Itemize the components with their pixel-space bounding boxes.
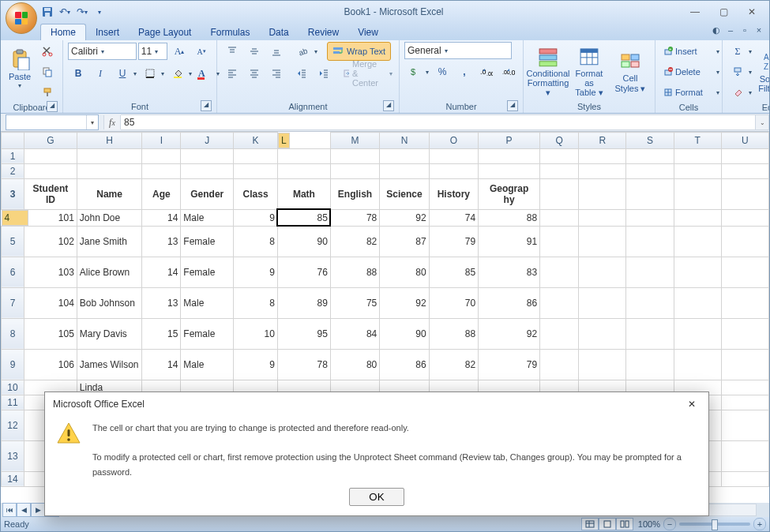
col-header-J[interactable]: J (181, 133, 234, 149)
cell[interactable] (330, 163, 379, 178)
col-header-Q[interactable]: Q (540, 133, 579, 149)
maximize-button[interactable]: ▢ (709, 3, 738, 21)
close-button[interactable]: ✕ (738, 3, 766, 21)
bold-button[interactable]: B (68, 64, 88, 83)
cell[interactable] (234, 148, 278, 163)
dialog-launcher[interactable]: ◢ (47, 101, 58, 112)
cell[interactable] (721, 287, 768, 318)
cell[interactable] (721, 349, 768, 380)
tab-home[interactable]: Home (40, 24, 86, 40)
cell[interactable]: 104 (24, 287, 77, 318)
select-all-corner[interactable] (2, 133, 24, 149)
cell[interactable]: 76 (277, 257, 330, 287)
cell[interactable]: 78 (330, 209, 379, 226)
increase-indent-button[interactable] (314, 64, 334, 83)
cell[interactable]: 90 (380, 318, 429, 349)
cell[interactable] (674, 209, 721, 226)
cell[interactable]: 80 (330, 349, 379, 380)
col-header-M[interactable]: M (330, 133, 379, 149)
dialog-ok-button[interactable]: OK (349, 488, 404, 506)
cell[interactable]: 8 (234, 226, 278, 257)
office-button[interactable] (6, 2, 37, 34)
cell[interactable]: 70 (429, 287, 478, 318)
cell[interactable] (721, 471, 768, 486)
comma-button[interactable]: , (454, 62, 475, 81)
cell[interactable] (674, 318, 721, 349)
cell[interactable]: 82 (429, 349, 478, 380)
cell[interactable] (540, 209, 579, 226)
cell[interactable] (540, 226, 579, 257)
cell[interactable] (674, 178, 721, 209)
format-cells-button[interactable]: Format (660, 83, 721, 102)
cell[interactable] (721, 226, 768, 257)
cell[interactable]: 14 (142, 257, 181, 287)
cell[interactable] (721, 410, 768, 440)
percent-button[interactable]: % (432, 62, 453, 81)
cell[interactable]: 87 (380, 226, 429, 257)
copy-button[interactable] (37, 62, 58, 81)
col-header-T[interactable]: T (674, 133, 721, 149)
col-header-U[interactable]: U (721, 133, 768, 149)
row-header-7[interactable]: 7 (2, 287, 24, 318)
cell[interactable]: 80 (380, 257, 429, 287)
cell[interactable]: 88 (429, 318, 478, 349)
cell[interactable] (540, 178, 579, 209)
expand-formula-bar[interactable]: ⌄ (756, 114, 769, 130)
col-header-H[interactable]: H (77, 133, 141, 149)
cell[interactable] (721, 257, 768, 287)
font-size-select[interactable]: 11▾ (138, 43, 167, 60)
cell[interactable]: 92 (479, 318, 540, 349)
cell[interactable]: 95 (277, 318, 330, 349)
cell[interactable] (234, 163, 278, 178)
cell[interactable] (181, 163, 234, 178)
cell[interactable] (380, 163, 429, 178)
cell[interactable]: 13 (142, 287, 181, 318)
cell[interactable]: Bob Johnson (77, 287, 141, 318)
cell[interactable]: 78 (277, 349, 330, 380)
wrap-text-button[interactable]: Wrap Text (327, 42, 391, 61)
cell[interactable]: 15 (142, 318, 181, 349)
decrease-indent-button[interactable] (291, 64, 312, 83)
zoom-out-button[interactable]: − (663, 518, 676, 530)
cell[interactable] (721, 380, 768, 395)
row-header-2[interactable]: 2 (2, 163, 24, 178)
cell[interactable] (429, 148, 478, 163)
decrease-decimal-button[interactable]: .00.0 (498, 62, 519, 81)
cell[interactable]: Male (181, 349, 234, 380)
cell[interactable] (479, 163, 540, 178)
row-header-5[interactable]: 5 (2, 226, 24, 257)
cell[interactable] (277, 148, 330, 163)
accounting-button[interactable]: $ (404, 62, 430, 81)
name-box[interactable]: ▾ (6, 114, 99, 130)
page-break-view-button[interactable] (616, 518, 633, 530)
cell[interactable] (142, 148, 181, 163)
cell[interactable]: 92 (380, 209, 429, 226)
row-header-3[interactable]: 3 (2, 178, 24, 209)
tab-formulas[interactable]: Formulas (201, 24, 259, 40)
zoom-in-button[interactable]: + (753, 518, 766, 530)
cell[interactable] (626, 163, 674, 178)
cell[interactable]: Female (181, 226, 234, 257)
cell[interactable]: James Wilson (77, 349, 141, 380)
grow-font-button[interactable]: A▴ (169, 42, 190, 61)
sort-filter-button[interactable]: AZSort &Filter ▾ (755, 45, 770, 99)
cell[interactable] (721, 163, 768, 178)
cell[interactable]: Mary Davis (77, 318, 141, 349)
row-header-11[interactable]: 11 (2, 395, 24, 410)
cell[interactable] (626, 257, 674, 287)
clear-button[interactable] (727, 83, 753, 102)
cell[interactable] (579, 148, 626, 163)
row-header-14[interactable]: 14 (2, 471, 24, 486)
italic-button[interactable]: I (90, 64, 111, 83)
cell[interactable]: 90 (277, 226, 330, 257)
cell[interactable] (626, 226, 674, 257)
cell[interactable]: 9 (234, 257, 278, 287)
cell[interactable] (77, 163, 141, 178)
col-header-R[interactable]: R (579, 133, 626, 149)
row-header-10[interactable]: 10 (2, 380, 24, 395)
align-center-button[interactable] (244, 64, 265, 83)
cell[interactable] (181, 148, 234, 163)
cell[interactable] (626, 287, 674, 318)
cell[interactable]: 13 (142, 226, 181, 257)
cell[interactable] (721, 178, 768, 209)
